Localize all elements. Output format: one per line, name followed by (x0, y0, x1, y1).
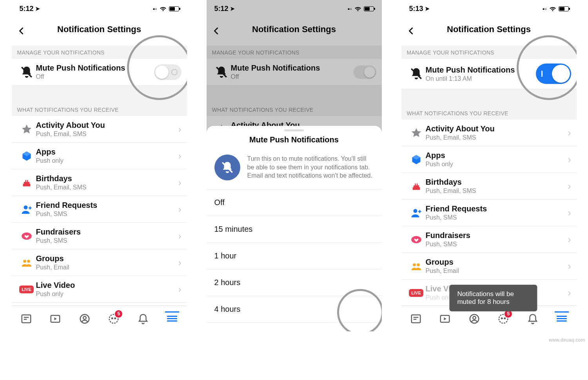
chevron-right-icon: › (568, 181, 571, 192)
section-header-receive: WHAT NOTIFICATIONS YOU RECEIVE (12, 103, 187, 116)
tab-watch[interactable] (438, 312, 452, 326)
cube-icon (21, 151, 32, 162)
svg-point-12 (111, 317, 113, 319)
svg-point-1 (24, 205, 27, 209)
tab-watch[interactable] (48, 312, 62, 326)
mute-subtitle: Off (36, 73, 154, 80)
back-button[interactable] (407, 27, 416, 35)
status-time: 5:12 (20, 5, 34, 13)
phone-screen-1: 5:12 ➤ ▪▫ Notification Settings MANAGE Y… (12, 0, 187, 331)
row-birthdays[interactable]: BirthdaysPush, Email, SMS › (401, 173, 577, 200)
row-title: Activity About You (426, 124, 568, 133)
option-off[interactable]: Off (207, 189, 382, 216)
option-15min[interactable]: 15 minutes (207, 216, 382, 243)
cake-icon (411, 181, 422, 192)
row-activity[interactable]: Activity About YouPush, Email, SMS › (12, 116, 187, 143)
row-apps[interactable]: AppsPush only › (401, 146, 577, 173)
row-friend-requests[interactable]: Friend RequestsPush, SMS › (401, 200, 577, 226)
spacer (401, 89, 577, 106)
tab-notifications[interactable] (136, 312, 150, 326)
tab-feed[interactable] (409, 312, 423, 326)
location-icon: ➤ (425, 5, 430, 12)
row-title: Birthdays (426, 178, 568, 187)
toast-message: Notifications will be muted for 8 hours (449, 285, 537, 311)
row-sub: Push, Email, SMS (36, 131, 178, 138)
tab-profile[interactable] (78, 312, 92, 326)
status-bar: 5:13 ➤ ▪▫ (401, 0, 577, 17)
row-apps[interactable]: AppsPush only › (12, 143, 187, 169)
svg-point-20 (417, 263, 420, 266)
friend-add-icon (410, 207, 422, 219)
sheet-description: Turn this on to mute notifications. You'… (247, 155, 374, 180)
chevron-right-icon: › (568, 287, 571, 298)
row-fundraisers[interactable]: FundraisersPush, SMS › (12, 223, 187, 249)
bell-slash-icon (410, 67, 423, 80)
option-4hours[interactable]: 4 hours (207, 296, 382, 323)
row-title: Apps (426, 151, 568, 160)
chevron-right-icon: › (178, 151, 181, 162)
sheet-handle[interactable] (284, 129, 304, 131)
spacer (12, 85, 187, 103)
mute-push-row[interactable]: Mute Push Notifications On until 1:13 AM (401, 59, 577, 89)
tab-profile[interactable] (467, 312, 481, 326)
svg-point-29 (504, 317, 506, 319)
section-header-receive: WHAT NOTIFICATIONS YOU RECEIVE (401, 106, 577, 120)
page-title: Notification Settings (57, 24, 141, 35)
option-8hours[interactable]: 8 hours (207, 323, 382, 331)
page-header: Notification Settings (12, 17, 187, 45)
chevron-right-icon: › (568, 127, 571, 138)
row-groups[interactable]: GroupsPush, Email › (401, 253, 577, 280)
chevron-right-icon: › (178, 231, 181, 242)
tab-feed[interactable] (19, 312, 33, 326)
option-2hours[interactable]: 2 hours (207, 269, 382, 296)
row-friend-requests[interactable]: Friend RequestsPush, SMS › (12, 196, 187, 223)
section-header-manage: MANAGE YOUR NOTIFICATIONS (401, 45, 577, 59)
svg-point-19 (413, 263, 416, 266)
mute-options-sheet: Mute Push Notifications Turn this on to … (207, 126, 382, 331)
svg-point-28 (501, 317, 503, 319)
tab-bar: 5 (12, 305, 187, 331)
back-button[interactable] (17, 27, 26, 35)
tab-groups[interactable]: 5 (496, 312, 510, 326)
heart-coin-icon (21, 231, 32, 242)
tab-groups[interactable]: 5 (107, 312, 121, 326)
row-activity[interactable]: Activity About YouPush, Email, SMS › (401, 120, 577, 146)
signal-icon: ▪▫ (153, 5, 157, 12)
svg-point-26 (473, 316, 476, 319)
mute-toggle[interactable] (536, 64, 571, 84)
row-title: Activity About You (36, 121, 178, 130)
svg-point-3 (23, 260, 26, 263)
row-sub: Push, Email, SMS (426, 134, 568, 141)
row-sub: Push, Email, SMS (426, 187, 568, 195)
heart-coin-icon (411, 234, 422, 245)
row-sub: Push, Email, SMS (36, 184, 178, 191)
row-birthdays[interactable]: BirthdaysPush, Email, SMS › (12, 169, 187, 196)
chevron-right-icon: › (568, 207, 571, 218)
mute-title: Mute Push Notifications (426, 65, 536, 75)
battery-icon (169, 6, 179, 11)
mute-push-row[interactable]: Mute Push Notifications Off (12, 59, 187, 85)
chevron-right-icon: › (178, 124, 181, 135)
row-title: Friend Requests (426, 204, 568, 213)
wifi-icon (160, 5, 167, 13)
svg-point-4 (27, 260, 30, 263)
chevron-right-icon: › (568, 154, 571, 165)
star-icon (21, 124, 33, 135)
option-label: 2 hours (214, 278, 241, 287)
chevron-right-icon: › (568, 261, 571, 272)
cube-icon (411, 154, 422, 165)
tab-menu[interactable] (555, 312, 569, 326)
sheet-bell-icon (214, 155, 240, 180)
row-title: Groups (36, 254, 178, 263)
location-icon: ➤ (35, 5, 40, 12)
row-groups[interactable]: GroupsPush, Email › (12, 249, 187, 276)
phone-screen-3: 5:13 ➤ ▪▫ Notification Settings MANAGE Y… (401, 0, 577, 331)
row-live-video[interactable]: LIVE Live VideoPush only › (12, 276, 187, 303)
option-label: 4 hours (214, 305, 241, 314)
row-fundraisers[interactable]: FundraisersPush, SMS › (401, 226, 577, 253)
chevron-right-icon: › (178, 257, 181, 268)
tab-notifications[interactable] (526, 312, 540, 326)
tab-menu[interactable] (165, 312, 179, 326)
option-1hour[interactable]: 1 hour (207, 243, 382, 269)
mute-toggle[interactable] (154, 64, 181, 80)
